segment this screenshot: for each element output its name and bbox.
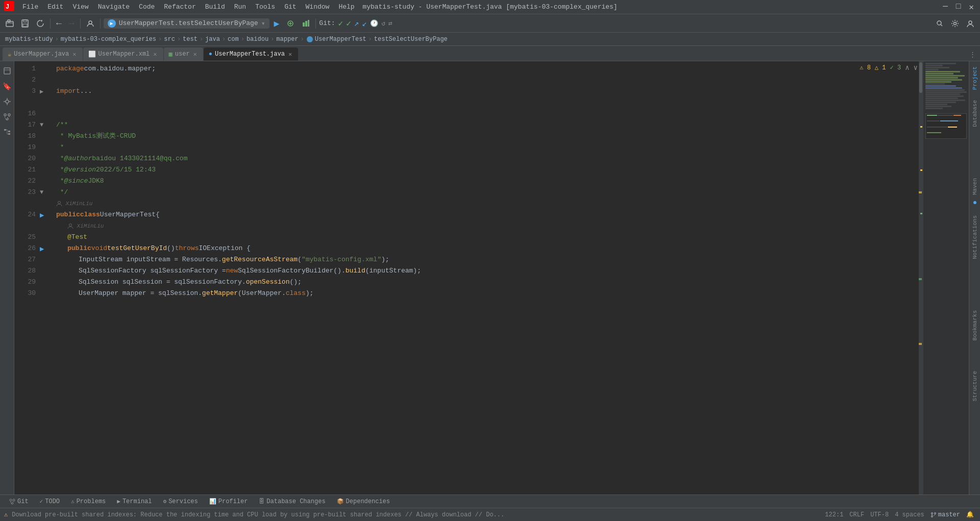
window-title: mybatis-study - UserMapperTest.java [myb…	[362, 0, 617, 14]
profile-button[interactable]	[84, 18, 97, 29]
tab-user-table[interactable]: ▦ user ✕	[164, 47, 203, 61]
tab-close-active-button[interactable]: ✕	[287, 51, 293, 58]
breadcrumb-src[interactable]: src	[164, 36, 175, 43]
bottom-tab-terminal[interactable]: ▶ Terminal	[112, 497, 157, 506]
status-git-branch[interactable]: master	[928, 511, 962, 518]
scroll-ok	[920, 213, 922, 214]
tab-usermappertest-java[interactable]: ● UserMapperTest.java ✕	[204, 47, 298, 61]
breadcrumb-com[interactable]: com	[228, 36, 239, 43]
menu-tools[interactable]: Tools	[251, 2, 279, 12]
run-config-dropdown[interactable]: ▶ UserMapperTest.testSelectUserByPage ▾	[104, 18, 270, 29]
bottom-tab-dependencies[interactable]: 📦 Dependencies	[332, 497, 395, 506]
scroll-thumb[interactable]	[919, 62, 922, 93]
bottom-tab-git-label: Git	[17, 498, 29, 505]
scroll-warning-1	[920, 126, 922, 128]
close-button[interactable]: ✕	[967, 2, 976, 12]
sidebar-git-icon[interactable]	[2, 111, 13, 122]
settings-button[interactable]	[948, 18, 962, 29]
right-tool-bookmarks[interactable]: Bookmarks	[970, 305, 979, 345]
run-button[interactable]: ▶	[272, 17, 282, 30]
menu-view[interactable]: View	[68, 2, 92, 12]
profiler-icon: 📊	[209, 498, 216, 505]
breadcrumb-method[interactable]: testSelectUserByPage	[374, 36, 448, 43]
refresh-button[interactable]	[34, 18, 47, 29]
svg-point-27	[13, 499, 15, 501]
search-everywhere-button[interactable]	[933, 18, 946, 29]
menu-help[interactable]: Help	[334, 2, 358, 12]
line-numbers: 1 2 3 16 17 18 19 20 21 22 23 24 25 26 2…	[14, 61, 40, 494]
menu-file[interactable]: File	[18, 2, 42, 12]
tab-close-button[interactable]: ✕	[152, 51, 158, 58]
tab-usermapper-java[interactable]: ☕ UserMapper.java ✕	[3, 47, 83, 61]
git-translate-icon[interactable]: ⇄	[388, 19, 393, 28]
menu-navigate[interactable]: Navigate	[94, 2, 134, 12]
right-tool-database[interactable]: Database	[970, 95, 979, 132]
save-button[interactable]	[18, 18, 32, 29]
status-line-sep[interactable]: CRLF	[847, 511, 866, 518]
svg-rect-22	[8, 131, 10, 132]
code-line-22: * @since JDK8	[52, 176, 923, 187]
code-line-author1: XiMinLiu	[52, 198, 923, 209]
right-tool-maven[interactable]: Maven	[970, 173, 979, 200]
debug-button[interactable]	[284, 18, 297, 29]
menu-edit[interactable]: Edit	[43, 2, 67, 12]
git-pull-icon[interactable]: ↙	[362, 18, 367, 29]
status-encoding[interactable]: UTF-8	[868, 511, 891, 518]
run-class-icon[interactable]: ▶	[40, 211, 44, 219]
svg-point-25	[69, 224, 72, 227]
menu-build[interactable]: Build	[201, 2, 229, 12]
back-button[interactable]: ←	[54, 17, 64, 30]
fold-close-icon[interactable]: ▼	[40, 189, 43, 196]
right-tool-project[interactable]: Project	[970, 61, 979, 95]
git-rollback-icon[interactable]: ↺	[381, 19, 385, 28]
code-editor[interactable]: package com.baidou.mapper; import ... /*…	[52, 61, 923, 494]
bottom-tab-profiler[interactable]: 📊 Profiler	[204, 497, 253, 506]
bottom-tab-problems[interactable]: ⚠ Problems	[66, 497, 111, 506]
sidebar-commit-icon[interactable]	[2, 96, 13, 107]
right-tool-notifications[interactable]: Notifications	[970, 210, 979, 264]
menu-git[interactable]: Git	[280, 2, 300, 12]
breadcrumb-module[interactable]: mybatis-03-complex_queries	[61, 36, 156, 43]
fold-import-icon[interactable]: ▶	[40, 88, 43, 95]
right-tool-structure[interactable]: Structure	[970, 366, 979, 406]
git-check2-icon[interactable]: ✓	[346, 18, 351, 29]
breadcrumb-class[interactable]: UserMapperTest	[315, 36, 366, 43]
maximize-button[interactable]: □	[954, 2, 963, 12]
git-check-icon[interactable]: ✓	[338, 18, 344, 29]
bottom-tab-db-changes[interactable]: 🗄 Database Changes	[254, 497, 330, 506]
menu-window[interactable]: Window	[302, 2, 334, 12]
minimize-button[interactable]: ─	[941, 2, 950, 12]
git-push-icon[interactable]: ↗	[354, 18, 359, 29]
forward-button[interactable]: →	[66, 17, 77, 30]
menu-code[interactable]: Code	[135, 2, 159, 12]
fold-javadoc-icon[interactable]: ▼	[40, 121, 43, 129]
active-java-icon: ●	[209, 51, 212, 58]
sidebar-project-icon[interactable]	[2, 65, 13, 77]
git-history-icon[interactable]: 🕐	[370, 19, 378, 28]
bottom-tab-services[interactable]: ⚙ Services	[158, 497, 203, 506]
breadcrumb-baidou[interactable]: baidou	[247, 36, 268, 43]
status-notifications[interactable]: 🔔	[964, 511, 976, 518]
menu-run[interactable]: Run	[230, 2, 250, 12]
tab-usermapper-xml[interactable]: ⬜ UserMapper.xml ✕	[83, 47, 163, 61]
tabs-more-button[interactable]: ⋮	[965, 48, 980, 61]
breadcrumb-mapper[interactable]: mapper	[276, 36, 298, 43]
bottom-tab-todo[interactable]: ✓ TODO	[35, 497, 65, 506]
bottom-tab-git[interactable]: Git	[4, 497, 34, 506]
breadcrumb-java[interactable]: java	[205, 36, 220, 43]
code-line-23: */	[52, 187, 923, 198]
sidebar-structure-icon[interactable]	[2, 127, 13, 138]
tab-close-button[interactable]: ✕	[192, 51, 198, 58]
status-indent[interactable]: 4 spaces	[893, 511, 926, 518]
run-method-icon[interactable]: ▶	[40, 244, 44, 253]
open-project-button[interactable]	[3, 18, 16, 29]
breadcrumb-root[interactable]: mybatis-study	[5, 36, 53, 43]
status-position[interactable]: 122:1	[823, 511, 845, 518]
menu-refactor[interactable]: Refactor	[160, 2, 200, 12]
gutter-2	[40, 75, 52, 86]
breadcrumb-test[interactable]: test	[183, 36, 198, 43]
tab-close-button[interactable]: ✕	[71, 51, 77, 58]
account-button[interactable]	[964, 18, 977, 29]
sidebar-bookmark-icon[interactable]: 🔖	[2, 81, 13, 92]
coverage-button[interactable]	[299, 18, 312, 29]
